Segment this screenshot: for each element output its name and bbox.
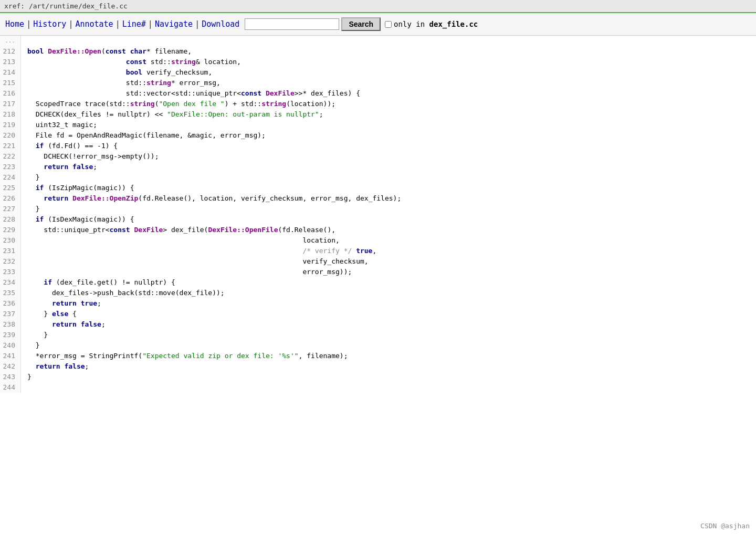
line-content-242: return false; [21, 361, 89, 372]
line-num-227: 227 [0, 204, 21, 214]
line-content-243: } [21, 372, 32, 382]
code-row-242: 242 return false; [0, 361, 756, 372]
nav-history[interactable]: History [32, 19, 67, 29]
search-button[interactable]: Search [341, 17, 381, 31]
nav-sep-1: | [25, 19, 32, 29]
code-row-222: 222 DCHECK(!error_msg->empty()); [0, 151, 756, 162]
code-row-232: 232 verify_checksum, [0, 256, 756, 267]
line-num-219: 219 [0, 120, 21, 130]
nav-home[interactable]: Home [4, 19, 25, 29]
line-content-218: DCHECK(dex_files != nullptr) << "DexFile… [21, 109, 323, 120]
line-content-230: location, [21, 235, 340, 246]
line-num-229: 229 [0, 225, 21, 235]
line-num-244: 244 [0, 382, 21, 393]
nav-sep-2: | [67, 19, 74, 29]
line-num-233: 233 [0, 267, 21, 277]
line-num-231: 231 [0, 246, 21, 256]
code-row-220: 220 File fd = OpenAndReadMagic(filename,… [0, 130, 756, 141]
line-num-237: 237 [0, 309, 21, 319]
code-row-243: 243 } [0, 372, 756, 382]
line-content-228: if (IsDexMagic(magic)) { [21, 214, 134, 225]
code-row-239: 239 } [0, 330, 756, 340]
line-content-233: error_msg)); [21, 267, 352, 277]
line-content-244 [21, 382, 27, 393]
code-row-214: 214 bool verify_checksum, [0, 67, 756, 78]
footer-text: CSDN @asjhan [700, 522, 750, 530]
title-text: xref: /art/runtime/dex_file.cc [4, 2, 128, 10]
nav-sep-5: | [194, 19, 201, 29]
line-num-217: 217 [0, 99, 21, 109]
line-content-213: const std::string& location, [21, 57, 241, 67]
line-num-224: 224 [0, 172, 21, 183]
nav-annotate[interactable]: Annotate [74, 19, 114, 29]
only-filename: dex_file.cc [429, 20, 478, 28]
only-checkbox[interactable] [385, 21, 392, 28]
line-content-217: ScopedTrace trace(std::string("Open dex … [21, 99, 335, 109]
code-row-216: 216 std::vector<std::unique_ptr<const De… [0, 88, 756, 99]
line-content-221: if (fd.Fd() == -1) { [21, 141, 118, 151]
code-row-244: 244 [0, 382, 756, 393]
nav-sep-4: | [147, 19, 154, 29]
code-row-241: 241 *error_msg = StringPrintf("Expected … [0, 351, 756, 361]
line-content-238: return false; [21, 319, 106, 330]
code-row-226: 226 return DexFile::OpenZip(fd.Release()… [0, 193, 756, 204]
code-row-237: 237 } else { [0, 309, 756, 319]
line-num-223: 223 [0, 162, 21, 172]
line-num-230: 230 [0, 235, 21, 246]
line-num-215: 215 [0, 78, 21, 88]
line-num-dots: ... [0, 36, 21, 46]
line-content-234: if (dex_file.get() != nullptr) { [21, 277, 175, 288]
code-row-228: 228 if (IsDexMagic(magic)) { [0, 214, 756, 225]
code-row-236: 236 return true; [0, 298, 756, 309]
line-content-219: uint32_t magic; [21, 120, 97, 130]
line-content-237: } else { [21, 309, 77, 319]
code-row-218: 218 DCHECK(dex_files != nullptr) << "Dex… [0, 109, 756, 120]
line-num-221: 221 [0, 141, 21, 151]
line-num-234: 234 [0, 277, 21, 288]
nav-navigate[interactable]: Navigate [154, 19, 194, 29]
line-content-231: /* verify */ true, [21, 246, 376, 256]
nav-download[interactable]: Download [201, 19, 240, 29]
line-num-220: 220 [0, 130, 21, 141]
code-row-238: 238 return false; [0, 319, 756, 330]
search-input[interactable] [245, 18, 339, 30]
line-num-218: 218 [0, 109, 21, 120]
code-row-215: 215 std::string* error_msg, [0, 78, 756, 88]
line-num-242: 242 [0, 361, 21, 372]
line-num-238: 238 [0, 319, 21, 330]
code-row-219: 219 uint32_t magic; [0, 120, 756, 130]
code-row-230: 230 location, [0, 235, 756, 246]
line-num-241: 241 [0, 351, 21, 361]
code-row-223: 223 return false; [0, 162, 756, 172]
code-row-dots: ... [0, 36, 756, 46]
line-content-229: std::unique_ptr<const DexFile> dex_file(… [21, 225, 335, 235]
line-content-224: } [21, 172, 39, 183]
code-row-225: 225 if (IsZipMagic(magic)) { [0, 183, 756, 193]
line-content-214: bool verify_checksum, [21, 67, 212, 78]
nav-lineno[interactable]: Line# [121, 19, 147, 29]
nav-sep-3: | [114, 19, 121, 29]
line-content-222: DCHECK(!error_msg->empty()); [21, 151, 159, 162]
line-num-226: 226 [0, 193, 21, 204]
line-content-241: *error_msg = StringPrintf("Expected vali… [21, 351, 348, 361]
line-content-216: std::vector<std::unique_ptr<const DexFil… [21, 88, 360, 99]
line-num-213: 213 [0, 57, 21, 67]
line-num-214: 214 [0, 67, 21, 78]
line-content-225: if (IsZipMagic(magic)) { [21, 183, 134, 193]
footer: CSDN @asjhan [700, 522, 750, 530]
code-row-233: 233 error_msg)); [0, 267, 756, 277]
code-area: ... 212 bool DexFile::Open(const char* f… [0, 36, 756, 393]
line-content-215: std::string* error_msg, [21, 78, 220, 88]
line-content-dots [21, 36, 27, 46]
code-row-240: 240 } [0, 340, 756, 351]
line-num-240: 240 [0, 340, 21, 351]
code-row-213: 213 const std::string& location, [0, 57, 756, 67]
code-row-224: 224 } [0, 172, 756, 183]
line-content-220: File fd = OpenAndReadMagic(filename, &ma… [21, 130, 266, 141]
line-num-212: 212 [0, 46, 21, 57]
code-row-229: 229 std::unique_ptr<const DexFile> dex_f… [0, 225, 756, 235]
line-num-228: 228 [0, 214, 21, 225]
line-content-240: } [21, 340, 39, 351]
code-row-221: 221 if (fd.Fd() == -1) { [0, 141, 756, 151]
nav-bar: Home | History | Annotate | Line# | Navi… [0, 13, 756, 36]
